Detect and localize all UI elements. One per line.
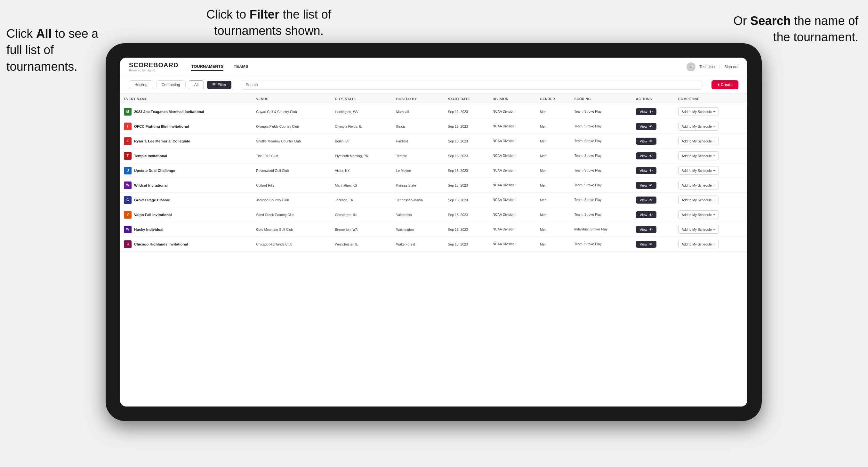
eye-icon: 👁 (649, 125, 653, 128)
view-button[interactable]: View 👁 (636, 137, 656, 145)
view-button[interactable]: View 👁 (636, 196, 656, 204)
nav-links: TOURNAMENTS TEAMS (191, 63, 686, 71)
team-icon: C (124, 240, 131, 248)
logo-area: SCOREBOARD Powered by clippd (129, 61, 178, 72)
search-input[interactable] (241, 80, 702, 90)
division-text: NCAA Division I (493, 213, 516, 216)
venue-text: Chicago Highlands Club (256, 242, 292, 246)
team-icon: M (124, 108, 131, 116)
event-name-cell: V Valpo Fall Invitational (120, 208, 252, 222)
gender-text: Men (540, 198, 546, 202)
actions-cell: View 👁 (632, 134, 674, 149)
gender-cell: Men (536, 149, 570, 163)
col-header-competing: COMPETING (674, 94, 747, 104)
search-box (241, 80, 702, 90)
division-text: NCAA Division I (493, 242, 516, 246)
division-cell: NCAA Division I (489, 119, 536, 134)
view-button[interactable]: View 👁 (636, 226, 656, 233)
plus-icon: + (713, 109, 716, 114)
nav-tournaments[interactable]: TOURNAMENTS (191, 63, 223, 71)
team-icon: W (124, 182, 131, 189)
nav-teams[interactable]: TEAMS (234, 63, 248, 71)
view-button[interactable]: View 👁 (636, 152, 656, 159)
add-to-schedule-button[interactable]: Add to My Schedule + (678, 195, 719, 204)
gender-cell: Men (536, 119, 570, 134)
scoring-cell: Team, Stroke Play (570, 134, 632, 149)
add-to-schedule-button[interactable]: Add to My Schedule + (678, 225, 719, 234)
event-name: Upstate Dual Challenge (134, 169, 175, 173)
hosted-by-text: Wake Forest (396, 242, 415, 246)
event-name: Chicago Highlands Invitational (134, 242, 188, 246)
gender-cell: Men (536, 237, 570, 252)
plus-icon: + (713, 124, 716, 129)
event-name-cell: G Grover Page Classic (120, 193, 252, 208)
col-header-event-name: EVENT NAME (120, 94, 252, 104)
add-to-schedule-button[interactable]: Add to My Schedule + (678, 107, 719, 116)
gender-cell: Men (536, 134, 570, 149)
view-button[interactable]: View 👁 (636, 211, 656, 218)
hosted-by-cell: Valparaiso (393, 208, 444, 222)
city-state-cell: Victor, NY (331, 163, 392, 178)
gender-text: Men (540, 227, 546, 231)
event-name-cell: W Husky Individual (120, 222, 252, 237)
col-header-hosted-by: HOSTED BY (393, 94, 444, 104)
col-header-venue: VENUE (252, 94, 331, 104)
add-to-schedule-button[interactable]: Add to My Schedule + (678, 181, 719, 189)
venue-cell: Guyan Golf & Country Club (252, 104, 331, 119)
scoring-text: Team, Stroke Play (574, 139, 601, 143)
filter-bar: Hosting Competing All ☰ Filter + Create (120, 76, 747, 94)
tab-hosting[interactable]: Hosting (129, 80, 153, 89)
add-to-schedule-button[interactable]: Add to My Schedule + (678, 166, 719, 175)
col-header-division: DIVISION (489, 94, 536, 104)
filter-button[interactable]: ☰ Filter (207, 81, 231, 89)
actions-cell: View 👁 (632, 163, 674, 178)
city-state-text: Olympia Fields, IL (335, 125, 362, 128)
view-button[interactable]: View 👁 (636, 108, 656, 115)
add-to-schedule-button[interactable]: Add to My Schedule + (678, 151, 719, 160)
competing-cell: Add to My Schedule + (674, 149, 747, 163)
start-date-text: Sep 18, 2023 (448, 213, 468, 217)
city-state-text: Victor, NY (335, 169, 350, 173)
view-button[interactable]: View 👁 (636, 123, 656, 130)
annotation-right: Or Search the name of the tournament. (731, 13, 859, 46)
view-button[interactable]: View 👁 (636, 241, 656, 248)
hosted-by-text: Le Moyne (396, 169, 411, 173)
create-button[interactable]: + Create (712, 80, 738, 89)
tab-competing[interactable]: Competing (156, 80, 186, 89)
division-text: NCAA Division I (493, 198, 516, 201)
tab-all[interactable]: All (189, 80, 204, 89)
annotation-top: Click to Filter the list of tournaments … (186, 6, 352, 39)
team-icon: I (124, 123, 131, 130)
add-to-schedule-button[interactable]: Add to My Schedule + (678, 137, 719, 145)
add-to-schedule-button[interactable]: Add to My Schedule + (678, 210, 719, 219)
team-icon: U (124, 167, 131, 175)
hosted-by-text: Washington (396, 227, 414, 231)
scoring-text: Team, Stroke Play (574, 183, 601, 187)
scoring-cell: Team, Stroke Play (570, 163, 632, 178)
logo-sub: Powered by clippd (129, 69, 178, 72)
start-date-text: Sep 11, 2023 (448, 110, 468, 114)
scoring-cell: Team, Stroke Play (570, 149, 632, 163)
venue-cell: Sand Creek Country Club (252, 208, 331, 222)
add-to-schedule-button[interactable]: Add to My Schedule + (678, 240, 719, 248)
actions-cell: View 👁 (632, 222, 674, 237)
view-button[interactable]: View 👁 (636, 182, 656, 189)
start-date-cell: Sep 11, 2023 (444, 104, 489, 119)
gender-text: Men (540, 213, 546, 217)
scoring-cell: Team, Stroke Play (570, 104, 632, 119)
event-name: 2023 Joe Feaganes Marshall Invitational (134, 110, 204, 114)
col-header-start-date: START DATE (444, 94, 489, 104)
city-state-cell: Huntington, WV (331, 104, 392, 119)
start-date-text: Sep 18, 2023 (448, 198, 468, 202)
eye-icon: 👁 (649, 242, 653, 246)
add-to-schedule-button[interactable]: Add to My Schedule + (678, 122, 719, 131)
signout-link[interactable]: Sign out (724, 65, 738, 69)
hosted-by-cell: Wake Forest (393, 237, 444, 252)
venue-text: The 1912 Club (256, 154, 278, 158)
actions-cell: View 👁 (632, 119, 674, 134)
gender-text: Men (540, 169, 546, 173)
filter-icon: ☰ (212, 83, 216, 87)
event-name-cell: M 2023 Joe Feaganes Marshall Invitationa… (120, 104, 252, 119)
view-button[interactable]: View 👁 (636, 167, 656, 174)
competing-cell: Add to My Schedule + (674, 237, 747, 252)
